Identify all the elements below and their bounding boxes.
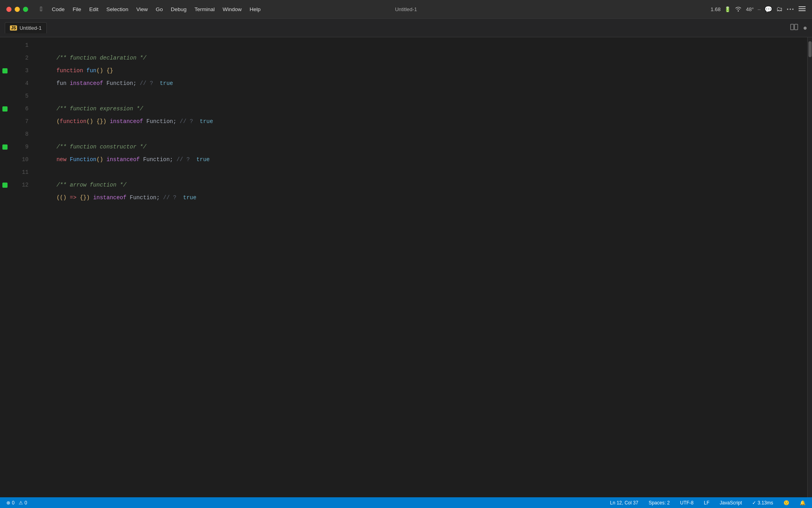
bp-2 [0,52,10,64]
bp-11 [0,166,10,179]
ln-3: 3 [10,64,29,77]
file-encoding[interactable]: UTF-8 [678,497,695,508]
svg-rect-2 [799,10,806,11]
bp-5 [0,90,10,102]
ln-4: 4 [10,77,29,90]
bp-9 [0,140,10,153]
ln-8: 8 [10,128,29,140]
notification-icon[interactable]: 🔔 [798,497,807,508]
statusbar-right: Ln 12, Col 37 Spaces: 2 UTF-8 LF JavaScr… [609,497,808,508]
editor-tab[interactable]: JS Untitled-1 [5,22,47,33]
menu-terminal[interactable]: Terminal [191,5,219,14]
code-line-3: fun instanceof Function; // ? true [36,64,807,77]
menu-edit[interactable]: Edit [85,5,102,14]
list-icon [799,6,806,13]
code-line-6: (function() {}) instanceof Function; // … [36,102,807,115]
code-editor[interactable]: /** function declaration */ function fun… [33,37,807,497]
battery-icon: 🔋 [724,6,731,12]
titlebar:  Code File Edit Selection View Go Debug… [0,0,812,19]
scrollbar-thumb[interactable] [808,41,812,57]
warning-icon: ⚠ [19,500,23,506]
bp-3 [0,64,10,77]
error-count: 0 [12,500,15,506]
svg-rect-4 [795,24,798,30]
bp-12 [0,179,10,191]
code-line-8: /** function constructor */ [36,128,807,140]
tab-filename: Untitled-1 [19,25,42,31]
svg-rect-1 [799,8,806,9]
code-line-9: new Function() instanceof Function; // ?… [36,140,807,153]
feedback-icon[interactable]: 🙂 [782,497,791,508]
comment-1: /** function declaration */ [56,55,146,61]
traffic-lights [6,7,28,12]
cursor-position[interactable]: Ln 12, Col 37 [609,497,640,508]
ln-6: 6 [10,102,29,115]
line-numbers: 1 2 3 4 5 6 7 8 9 10 11 12 [10,37,33,497]
bp-4 [0,77,10,90]
indent-spaces[interactable]: Spaces: 2 [647,497,671,508]
bp-1 [0,39,10,52]
minimize-button[interactable] [15,7,20,12]
bp-10 [0,153,10,166]
ln-10: 10 [10,153,29,166]
vertical-scrollbar[interactable] [807,37,812,497]
code-line-11: /** arrow function */ [36,166,807,179]
maximize-button[interactable] [23,7,28,12]
tab-lang-icon: JS [10,25,17,31]
tabbar: JS Untitled-1 ● [0,19,812,37]
svg-rect-3 [791,24,794,30]
statusbar-left: ⊗ 0 ⚠ 0 [5,497,29,508]
menu-view[interactable]: View [132,5,152,14]
code-line-1: /** function declaration */ [36,39,807,52]
error-icon: ⊗ [6,500,10,506]
line-ending[interactable]: LF [702,497,711,508]
wechat-icon: 💬 [764,6,772,13]
statusbar: ⊗ 0 ⚠ 0 Ln 12, Col 37 Spaces: 2 UTF-8 LF… [0,497,812,508]
ln-2: 2 [10,52,29,64]
dot-status-icon: ● [803,24,807,32]
split-icon-area: ● [790,24,807,32]
kw-function-2: function [56,67,83,74]
bp-7 [0,115,10,128]
ln-5: 5 [10,90,29,102]
menu-help[interactable]: Help [246,5,265,14]
language-mode[interactable]: JavaScript [718,497,743,508]
menu-file[interactable]: File [69,5,85,14]
ln-9: 9 [10,140,29,153]
finder-icon: 🗂 [776,6,783,13]
ln-11: 11 [10,166,29,179]
bp-6 [0,102,10,115]
ln-12: 12 [10,179,29,191]
svg-rect-0 [799,6,806,7]
fn-name-2: fun [86,67,96,74]
menu-code[interactable]: Code [48,5,69,14]
split-editor-icon[interactable] [790,24,798,32]
apple-menu[interactable]:  [36,4,46,14]
code-line-5: /** function expression */ [36,90,807,102]
temperature: 48° [746,6,754,12]
window-title: Untitled-1 [395,6,417,12]
battery-percent: 1.68 [710,6,720,12]
menu-window[interactable]: Window [219,5,246,14]
code-line-12: (() => {}) instanceof Function; // ? tru… [36,179,807,191]
errors-status[interactable]: ⊗ 0 ⚠ 0 [5,497,29,508]
minimize-icon: – [758,6,760,12]
menu-bar:  Code File Edit Selection View Go Debug… [36,4,710,14]
timing-status: ✓ 3.13ms [751,497,775,508]
code-line-2: function fun() {} [36,52,807,64]
more-icon: ••• [787,6,795,12]
editor: 1 2 3 4 5 6 7 8 9 10 11 12 /** function … [0,37,812,497]
wifi-icon [735,6,742,13]
right-menu-area: 1.68 🔋 48° – 💬 🗂 ••• [710,6,806,13]
warning-count: 0 [25,500,27,506]
menu-go[interactable]: Go [152,5,167,14]
menu-debug[interactable]: Debug [167,5,191,14]
close-button[interactable] [6,7,11,12]
bp-8 [0,128,10,140]
menu-selection[interactable]: Selection [102,5,132,14]
ln-1: 1 [10,39,29,52]
breakpoints-gutter [0,37,10,497]
ln-7: 7 [10,115,29,128]
